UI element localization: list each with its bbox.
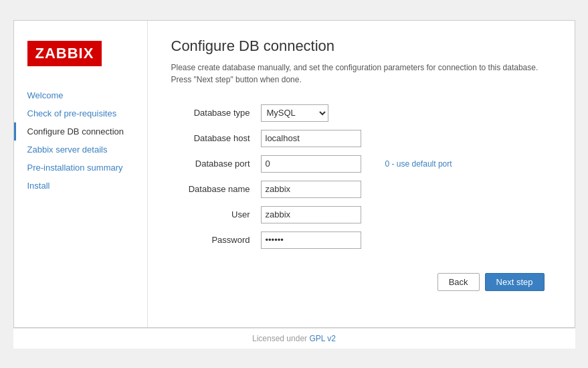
label-password: Password xyxy=(171,227,258,253)
table-row-db-type: Database type MySQL PostgreSQL Oracle DB… xyxy=(171,100,551,126)
label-db-host: Database host xyxy=(171,126,258,151)
label-user: User xyxy=(171,202,258,227)
table-row-db-host: Database host xyxy=(171,126,551,151)
field-db-host[interactable] xyxy=(258,126,379,151)
table-row-password: Password xyxy=(171,227,551,253)
user-input[interactable] xyxy=(261,206,361,223)
sidebar-item-pre-installation-summary[interactable]: Pre-installation summary xyxy=(14,159,147,177)
field-password[interactable] xyxy=(258,227,379,253)
table-row-user: User xyxy=(171,202,551,227)
field-user[interactable] xyxy=(258,202,379,227)
footer-text: Licensed under xyxy=(252,334,309,343)
sidebar-item-welcome[interactable]: Welcome xyxy=(14,86,147,104)
zabbix-logo: ZABBIX xyxy=(27,41,102,66)
hint-password xyxy=(379,227,551,253)
sidebar-item-install[interactable]: Install xyxy=(14,177,147,195)
logo-area: ZABBIX xyxy=(14,34,147,80)
outer-wrapper: ZABBIX Welcome Check of pre-requisites C… xyxy=(0,0,588,368)
hint-db-type xyxy=(379,100,551,126)
next-step-button[interactable]: Next step xyxy=(485,273,545,291)
hint-user xyxy=(379,202,551,227)
sidebar-item-configure-db[interactable]: Configure DB connection xyxy=(14,122,147,141)
sidebar-item-check-pre-requisites[interactable]: Check of pre-requisites xyxy=(14,104,147,122)
field-db-port[interactable] xyxy=(258,151,379,177)
back-button[interactable]: Back xyxy=(437,273,480,291)
form-table: Database type MySQL PostgreSQL Oracle DB… xyxy=(171,100,551,253)
label-db-type: Database type xyxy=(171,100,258,126)
table-row-db-port: Database port 0 - use default port xyxy=(171,151,551,177)
sidebar: ZABBIX Welcome Check of pre-requisites C… xyxy=(14,21,148,327)
button-row: Back Next step xyxy=(171,273,551,291)
hint-db-host xyxy=(379,126,551,151)
content-area: Configure DB connection Please create da… xyxy=(148,21,575,327)
db-host-input[interactable] xyxy=(261,130,361,147)
sidebar-nav: Welcome Check of pre-requisites Configur… xyxy=(14,86,147,195)
password-input[interactable] xyxy=(261,232,361,249)
page-title: Configure DB connection xyxy=(171,37,551,55)
hint-db-port: 0 - use default port xyxy=(379,151,551,177)
db-port-input[interactable] xyxy=(261,155,361,173)
footer-bar: Licensed under GPL v2 xyxy=(13,328,575,349)
label-db-port: Database port xyxy=(171,151,258,177)
footer-gpl-link[interactable]: GPL v2 xyxy=(309,334,336,343)
page-description: Please create database manually, and set… xyxy=(171,62,551,86)
field-db-name[interactable] xyxy=(258,177,379,202)
db-name-input[interactable] xyxy=(261,181,361,198)
hint-db-name xyxy=(379,177,551,202)
table-row-db-name: Database name xyxy=(171,177,551,202)
main-container: ZABBIX Welcome Check of pre-requisites C… xyxy=(13,20,575,328)
label-db-name: Database name xyxy=(171,177,258,202)
sidebar-item-zabbix-server-details[interactable]: Zabbix server details xyxy=(14,141,147,159)
db-type-select[interactable]: MySQL PostgreSQL Oracle DB2 SQLite3 xyxy=(261,104,328,122)
field-db-type[interactable]: MySQL PostgreSQL Oracle DB2 SQLite3 xyxy=(258,100,379,126)
